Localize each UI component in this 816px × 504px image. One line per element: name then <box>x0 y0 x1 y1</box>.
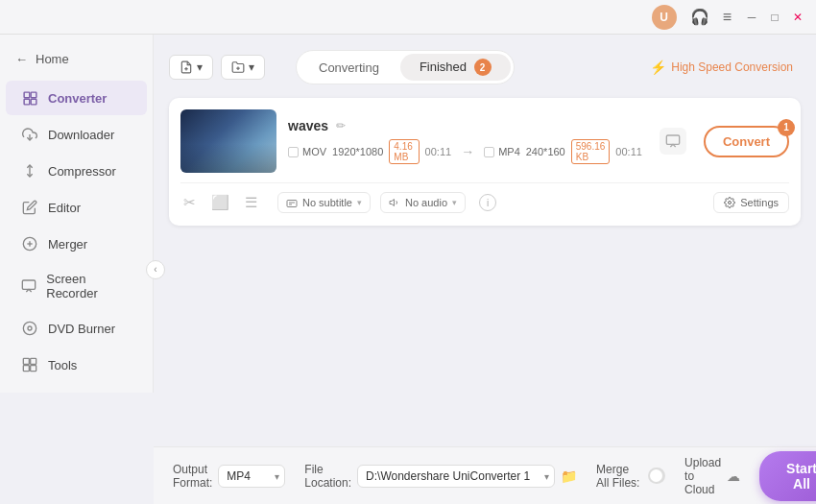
convert-label: Convert <box>723 134 770 149</box>
subtitle-chevron: ▾ <box>357 198 362 207</box>
add-file-label: ▾ <box>197 60 203 74</box>
output-format-field: Output Format: MP4 MOV AVI MKV <box>173 463 285 490</box>
editor-icon <box>21 199 38 216</box>
merge-toggle[interactable] <box>648 468 666 484</box>
maximize-button[interactable]: □ <box>766 9 783 26</box>
file-name: waves <box>288 118 328 133</box>
sidebar-item-label: Converter <box>48 91 107 106</box>
headset-icon[interactable]: 🎧 <box>690 8 709 26</box>
settings-label: Settings <box>740 197 779 208</box>
svg-rect-14 <box>23 366 29 372</box>
menu-icon[interactable]: ☰ <box>242 191 260 214</box>
sidebar-item-editor[interactable]: Editor <box>6 190 147 225</box>
info-icon[interactable]: i <box>479 194 496 211</box>
sidebar-item-label: Screen Recorder <box>46 272 132 300</box>
convert-button[interactable]: Convert 1 <box>704 126 789 157</box>
sidebar-item-compressor[interactable]: Compressor <box>6 154 147 188</box>
svg-point-10 <box>23 322 36 334</box>
tab-converting[interactable]: Converting <box>300 54 398 81</box>
scissors-icon[interactable]: ✂ <box>180 191 199 214</box>
svg-marker-24 <box>390 200 395 206</box>
screen-recorder-icon <box>21 277 36 295</box>
crop-icon[interactable]: ⬜ <box>208 191 232 214</box>
target-checkbox[interactable] <box>484 147 494 157</box>
add-file-button[interactable]: ▾ <box>169 55 213 80</box>
source-duration: 00:11 <box>425 146 452 157</box>
sidebar-item-dvd-burner[interactable]: DVD Burner <box>6 311 147 346</box>
finished-label: Finished <box>420 60 467 74</box>
target-resolution: 240*160 <box>526 146 565 157</box>
menu-icon[interactable]: ≡ <box>723 9 732 26</box>
audio-chevron: ▾ <box>452 198 457 207</box>
dvd-burner-icon <box>21 320 38 337</box>
target-format-box: MP4 <box>484 146 520 157</box>
high-speed-label: High Speed Conversion <box>671 60 793 74</box>
audio-select[interactable]: No audio ▾ <box>380 192 466 213</box>
avatar[interactable]: U <box>652 5 677 30</box>
sidebar-item-label: Compressor <box>48 164 116 179</box>
lightning-icon: ⚡ <box>650 60 666 75</box>
top-bar: ▾ ▾ Converting Finished 2 <box>169 50 801 84</box>
start-all-button[interactable]: Start All <box>759 451 816 501</box>
file-info: waves ✏ MOV 1920*1080 4.16 MB 00:11 <box>288 118 642 164</box>
source-checkbox[interactable] <box>288 147 299 157</box>
sidebar-item-label: Merger <box>48 237 87 252</box>
downloader-icon <box>21 126 38 143</box>
minimize-button[interactable]: ─ <box>743 9 760 26</box>
file-card: waves ✏ MOV 1920*1080 4.16 MB 00:11 <box>169 98 801 226</box>
settings-button[interactable]: Settings <box>713 192 789 213</box>
home-label: Home <box>36 52 69 66</box>
output-format-label: Output Format: <box>173 463 212 490</box>
tabs: Converting Finished 2 <box>296 50 515 84</box>
upload-cloud-field: Upload to Cloud ☁ <box>684 456 740 496</box>
sidebar-item-downloader[interactable]: Downloader <box>6 117 147 152</box>
svg-rect-15 <box>31 366 36 372</box>
target-duration: 00:11 <box>615 146 642 157</box>
sidebar-item-tools[interactable]: Tools <box>6 348 147 382</box>
sidebar-item-label: DVD Burner <box>48 322 115 336</box>
format-arrow: → <box>461 144 474 159</box>
format-info: MOV 1920*1080 4.16 MB 00:11 → MP4 240*16… <box>288 139 642 164</box>
subtitle-select[interactable]: No subtitle ▾ <box>277 192 371 213</box>
sidebar-item-screen-recorder[interactable]: Screen Recorder <box>6 263 147 309</box>
svg-rect-3 <box>31 99 36 105</box>
cloud-icon[interactable]: ☁ <box>727 468 740 484</box>
close-button[interactable]: ✕ <box>789 9 806 26</box>
svg-rect-0 <box>24 92 30 98</box>
svg-rect-9 <box>22 280 35 289</box>
tools-icon <box>21 356 38 373</box>
converter-icon <box>21 89 38 107</box>
merge-files-field: Merge All Files: <box>596 463 665 490</box>
file-actions: ✂ ⬜ ☰ No subtitle ▾ <box>180 182 789 214</box>
convert-badge: 1 <box>778 119 795 136</box>
sidebar-item-converter[interactable]: Converter <box>6 81 147 115</box>
target-format: MP4 <box>498 146 520 157</box>
save-icon[interactable] <box>660 128 686 155</box>
compressor-icon <box>21 162 38 180</box>
sidebar-item-label: Downloader <box>48 128 114 142</box>
high-speed-conversion-button[interactable]: ⚡ High Speed Conversion <box>642 56 801 79</box>
audio-label: No audio <box>405 197 447 208</box>
source-format-box: MOV <box>288 146 326 157</box>
output-format-select[interactable]: MP4 MOV AVI MKV <box>218 465 285 488</box>
browse-folder-icon[interactable]: 📁 <box>561 468 577 484</box>
subtitle-label: No subtitle <box>302 197 352 208</box>
sidebar-item-label: Tools <box>48 358 77 372</box>
tab-finished[interactable]: Finished 2 <box>400 54 511 81</box>
sidebar-home[interactable]: ← Home <box>0 44 153 74</box>
target-size: 596.16 KB <box>571 139 611 164</box>
svg-point-25 <box>729 202 732 204</box>
svg-rect-21 <box>287 201 297 207</box>
edit-name-icon[interactable]: ✏ <box>336 119 346 132</box>
svg-rect-2 <box>24 99 30 105</box>
collapse-sidebar-button[interactable]: ‹ <box>146 260 165 279</box>
file-location-label: File Location: <box>304 463 351 490</box>
merger-icon <box>21 235 38 252</box>
upload-cloud-label: Upload to Cloud <box>684 456 721 496</box>
source-size: 4.16 MB <box>389 139 419 164</box>
add-folder-button[interactable]: ▾ <box>221 55 265 80</box>
svg-rect-12 <box>23 358 29 364</box>
file-location-select[interactable]: D:\Wondershare UniConverter 1 <box>357 465 555 488</box>
sidebar-item-merger[interactable]: Merger <box>6 227 147 261</box>
file-thumbnail <box>180 109 276 173</box>
